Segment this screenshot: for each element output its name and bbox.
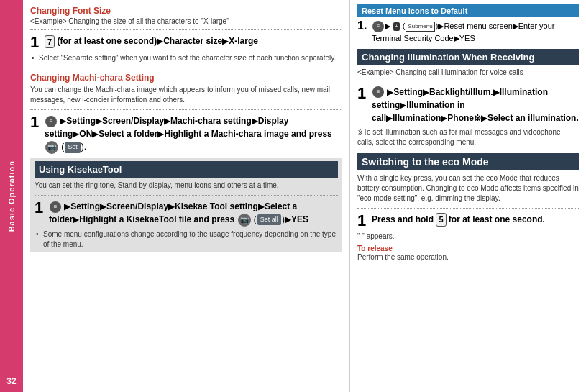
machi-chara-title: Changing Machi-chara Setting [30, 73, 342, 83]
divider4 [35, 195, 338, 196]
divider2 [30, 68, 342, 68]
kisekae-bullet: Some menu configurations change accordin… [35, 229, 338, 250]
step-number: 1 [30, 35, 40, 50]
step-number-3: 1 [35, 200, 45, 216]
illumination-title: Changing Illumination When Receiving [357, 49, 579, 65]
step-content-3: ▶Setting▶Screen/Display▶Kisekae Tool set… [49, 200, 338, 227]
divider5 [357, 81, 579, 81]
right-column: Reset Menu Icons to Default 1. ▶ + (Subm… [350, 0, 586, 392]
eco-step1: 1 Press and hold 5 for at least one seco… [357, 213, 579, 229]
menu-icon [45, 116, 57, 127]
step-content: 7 (for at least one second)▶Character si… [45, 35, 342, 48]
divider3 [30, 109, 342, 110]
menu-icon-2 [50, 201, 61, 213]
to-release-text: Perform the same operation. [357, 252, 579, 263]
font-size-bullet: Select "Separate setting" when you want … [30, 53, 342, 63]
kisekae-description: You can set the ring tone, Stand-by disp… [35, 181, 338, 191]
eco-mode-description: With a single key press, you can set the… [357, 173, 579, 204]
section-kisekae: Using KisekaeΤοοl You can set the ring t… [35, 161, 338, 250]
eco-appears: " " appears. [357, 232, 579, 242]
divider1 [30, 29, 342, 30]
kisekae-step1: 1 ▶Setting▶Screen/Display▶Kisekae Tool s… [35, 200, 338, 227]
font-size-title: Changing Font Size [30, 6, 342, 16]
illumination-step1: 1 ▶Setting▶Backlight/Illum.▶Illumination… [357, 86, 579, 124]
set-button: Set [65, 142, 81, 153]
left-column: Changing Font Size <Example> Changing th… [23, 0, 350, 392]
reset-step-content: ▶ + (Submenu)▶Reset menu screen▶Enter yo… [372, 20, 579, 45]
illumination-section: Changing Illumination When Receiving <Ex… [357, 49, 579, 147]
reset-menu-title: Reset Menu Icons to Default [357, 4, 579, 17]
section-font-size: Changing Font Size <Example> Changing th… [30, 6, 342, 63]
eco-step-content: Press and hold 5 for at least one second… [372, 213, 579, 227]
reset-step1: 1. ▶ + (Submenu)▶Reset menu screen▶Enter… [357, 20, 579, 45]
to-release-label: To release [357, 245, 579, 252]
page-number: 32 [0, 376, 23, 386]
step-content-2: ▶Setting▶Screen/Display▶Machi-chara sett… [45, 114, 342, 154]
sidebar-label: Basic Operation [7, 160, 16, 232]
camera-icon: 📷 [45, 141, 58, 154]
kisekae-title: Using KisekaeΤοοl [35, 161, 338, 178]
menu-icon-4 [372, 86, 384, 98]
key-7: 7 [45, 35, 55, 49]
reset-menu-section: Reset Menu Icons to Default 1. ▶ + (Subm… [357, 4, 579, 45]
illumination-note: ※To set illumination such as for mail me… [357, 127, 579, 147]
kisekae-section-bg: Using KisekaeΤοοl You can set the ring t… [30, 158, 342, 252]
font-size-example: <Example> Changing the size of all the c… [30, 17, 342, 25]
submenu-icon: Submenu [406, 22, 434, 32]
reset-step-num: 1. [357, 20, 367, 32]
illum-step-num: 1 [357, 86, 367, 101]
camera-icon-2: 📷 [238, 214, 251, 227]
step-number-2: 1 [30, 114, 40, 130]
divider6 [357, 208, 579, 209]
section-machi-chara: Changing Machi-chara Setting You can cha… [30, 73, 342, 154]
eco-mode-section: Switching to the eco Mode With a single … [357, 153, 579, 263]
eco-mode-title: Switching to the eco Mode [357, 153, 579, 170]
plus-icon: + [393, 22, 400, 31]
machi-chara-description: You can change the Machi-chara image whi… [30, 85, 342, 105]
illum-step-content: ▶Setting▶Backlight/Illum.▶Illumination s… [372, 86, 579, 124]
illumination-example: <Example> Changing call Illumination for… [357, 68, 579, 76]
set-all-button: Set all [257, 214, 281, 226]
eco-step-num: 1 [357, 213, 367, 229]
machi-chara-step1: 1 ▶Setting▶Screen/Display▶Machi-chara se… [30, 114, 342, 154]
key-5: 5 [436, 213, 446, 227]
main-content: Changing Font Size <Example> Changing th… [23, 0, 586, 392]
menu-icon-3 [372, 21, 384, 32]
sidebar: Basic Operation 32 [0, 0, 23, 392]
font-size-step1: 1 7 (for at least one second)▶Character … [30, 35, 342, 50]
